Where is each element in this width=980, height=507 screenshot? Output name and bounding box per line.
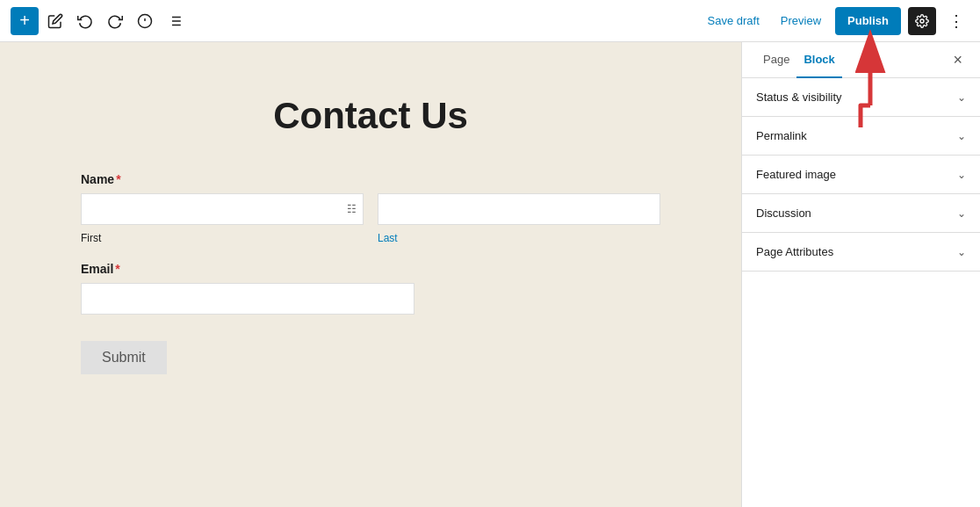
save-draft-button[interactable]: Save draft (701, 9, 767, 33)
undo-icon (77, 13, 93, 29)
section-featured-image-header[interactable]: Featured image ⌄ (742, 156, 980, 193)
email-field: Email* (81, 262, 660, 315)
add-block-button[interactable]: + (11, 7, 39, 35)
toolbar: + Save draft Preview Publish (0, 0, 980, 42)
name-label: Name* (81, 172, 660, 186)
name-field: Name* ☷ First Last (81, 172, 660, 244)
section-discussion-title: Discussion (756, 206, 811, 220)
section-featured-image: Featured image ⌄ (742, 156, 980, 194)
list-icon (167, 13, 183, 29)
section-status-visibility-title: Status & visibility (756, 91, 842, 104)
sidebar-content: Status & visibility ⌄ Permalink ⌄ Featur… (742, 78, 980, 507)
info-icon (137, 13, 153, 29)
tab-page[interactable]: Page (756, 42, 796, 78)
toolbar-left: + (11, 7, 701, 35)
section-page-attributes: Page Attributes ⌄ (742, 233, 980, 272)
settings-button[interactable] (908, 7, 936, 35)
sidebar-close-button[interactable]: × (949, 47, 966, 73)
plus-icon: + (19, 11, 30, 31)
section-page-attributes-title: Page Attributes (756, 245, 833, 258)
last-sub-label: Last (378, 232, 660, 244)
required-star-name: * (116, 172, 120, 186)
gear-icon (915, 14, 929, 28)
svg-point-9 (920, 19, 924, 23)
email-label: Email* (81, 262, 660, 276)
pencil-icon (47, 13, 63, 29)
section-page-attributes-header[interactable]: Page Attributes ⌄ (742, 233, 980, 271)
toolbar-right: Save draft Preview Publish ⋮ (701, 6, 969, 36)
first-sub-label: First (81, 232, 364, 244)
editor-canvas[interactable]: Contact Us Name* ☷ (0, 42, 741, 507)
section-featured-image-title: Featured image (756, 168, 836, 181)
preview-button[interactable]: Preview (774, 9, 828, 33)
input-edit-icon: ☷ (347, 203, 357, 215)
last-name-wrapper (378, 193, 660, 225)
section-featured-image-chevron-icon: ⌄ (957, 169, 966, 181)
publish-button[interactable]: Publish (835, 7, 901, 35)
section-permalink-header[interactable]: Permalink ⌄ (742, 117, 980, 155)
undo-button[interactable] (72, 8, 98, 34)
list-view-button[interactable] (162, 8, 188, 34)
page-title: Contact Us (81, 95, 660, 137)
more-options-button[interactable]: ⋮ (943, 6, 969, 36)
submit-button[interactable]: Submit (81, 341, 167, 374)
redo-button[interactable] (102, 8, 128, 34)
sidebar-tabs: Page Block × (742, 42, 980, 78)
main-layout: Contact Us Name* ☷ (0, 42, 980, 507)
settings-sidebar: Page Block × Status & visibility ⌄ Perma… (741, 42, 980, 507)
section-discussion-header[interactable]: Discussion ⌄ (742, 194, 980, 232)
section-status-chevron-icon: ⌄ (957, 91, 966, 104)
section-permalink-chevron-icon: ⌄ (957, 130, 966, 142)
section-discussion: Discussion ⌄ (742, 194, 980, 233)
section-status-visibility: Status & visibility ⌄ (742, 78, 980, 117)
section-status-visibility-header[interactable]: Status & visibility ⌄ (742, 78, 980, 116)
email-input[interactable] (81, 283, 414, 315)
section-discussion-chevron-icon: ⌄ (957, 207, 966, 220)
first-name-input[interactable] (81, 193, 364, 225)
section-page-attributes-chevron-icon: ⌄ (957, 246, 966, 258)
section-permalink-title: Permalink (756, 129, 807, 142)
edit-tool-button[interactable] (42, 8, 68, 34)
redo-icon (107, 13, 123, 29)
ellipsis-icon: ⋮ (948, 12, 964, 30)
first-name-wrapper: ☷ (81, 193, 364, 225)
section-permalink: Permalink ⌄ (742, 117, 980, 156)
last-name-input[interactable] (378, 193, 660, 225)
name-row: ☷ (81, 193, 660, 225)
tab-block[interactable]: Block (796, 42, 841, 78)
page-content: Contact Us Name* ☷ (28, 77, 713, 472)
required-star-email: * (115, 262, 119, 276)
name-sub-labels: First Last (81, 228, 660, 244)
info-button[interactable] (132, 8, 158, 34)
